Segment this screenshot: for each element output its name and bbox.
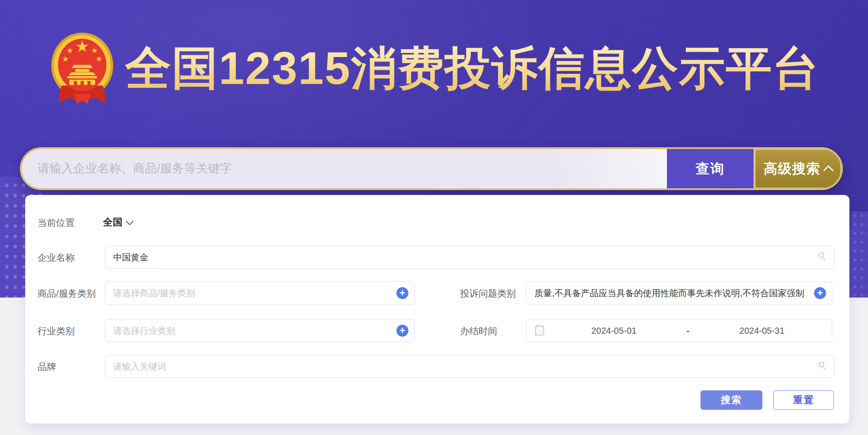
national-emblem-icon (50, 31, 114, 105)
brand-field-wrap (105, 355, 834, 378)
complaint-category-field-wrap (526, 282, 832, 305)
platform-title: 全国12315消费投诉信息公示平台 (125, 43, 819, 93)
industry-category-label: 行业类别 (38, 325, 75, 337)
end-date-value[interactable]: 2024-05-31 (692, 326, 832, 336)
advanced-search-label: 高级搜索 (764, 160, 820, 178)
page: 全国12315消费投诉信息公示平台 查询 高级搜索 当前位置 全国 企业名称 商… (0, 0, 868, 435)
complaint-category-input[interactable] (526, 282, 832, 305)
chevron-up-icon (823, 165, 834, 176)
query-button[interactable]: 查询 (667, 149, 754, 188)
industry-category-input[interactable] (105, 319, 415, 342)
start-date-value[interactable]: 2024-05-01 (544, 326, 684, 336)
completion-time-label: 办结时间 (460, 325, 497, 337)
reset-button[interactable]: 重置 (773, 390, 834, 410)
brand-keyword-input[interactable] (105, 355, 834, 378)
location-value: 全国 (103, 216, 122, 229)
plus-icon[interactable] (396, 325, 408, 337)
location-label: 当前位置 (38, 217, 75, 229)
advanced-search-button[interactable]: 高级搜索 (754, 149, 841, 188)
keyword-search-input[interactable] (22, 149, 667, 188)
search-icon (819, 252, 828, 262)
location-select[interactable]: 全国 (103, 216, 133, 229)
brand-label: 品牌 (38, 361, 56, 373)
top-search-bar: 查询 高级搜索 (20, 147, 843, 190)
date-range-separator: - (684, 326, 692, 336)
advanced-search-panel: 当前位置 全国 企业名称 商品/服务类别 投诉问题类别 行业类别 办结时间 (25, 195, 849, 424)
company-name-label: 企业名称 (38, 252, 75, 264)
company-name-input[interactable] (105, 246, 834, 269)
building-silhouette (851, 211, 868, 298)
industry-category-field-wrap (105, 319, 415, 342)
search-button[interactable]: 搜索 (700, 390, 762, 410)
search-icon (819, 362, 828, 371)
product-category-label: 商品/服务类别 (38, 287, 96, 300)
date-range-picker[interactable]: 2024-05-01 - 2024-05-31 (526, 319, 832, 342)
product-category-input[interactable] (105, 282, 415, 305)
calendar-icon (535, 326, 544, 336)
plus-icon[interactable] (396, 287, 408, 299)
company-name-field-wrap (105, 246, 834, 269)
complaint-category-label: 投诉问题类别 (460, 287, 516, 300)
product-category-field-wrap (105, 282, 415, 305)
chevron-down-icon (126, 217, 133, 225)
plus-icon[interactable] (814, 287, 826, 299)
brand-area: 全国12315消费投诉信息公示平台 (50, 31, 819, 105)
